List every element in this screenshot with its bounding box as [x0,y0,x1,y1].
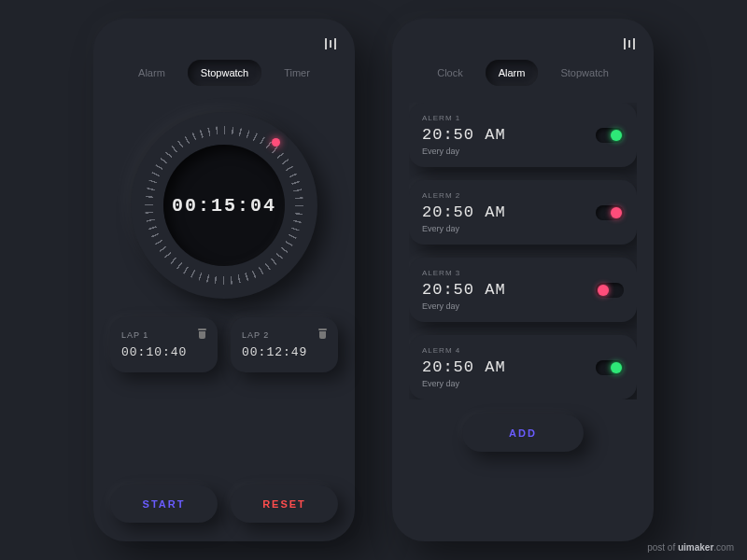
alarm-toggle[interactable] [596,360,624,375]
lap-card-1: LAP 1 00:10:40 [110,317,218,372]
progress-dot-icon [272,138,280,147]
phone-alarm: Clock Alarm Stopwatch ALERM 1 20:50 AM E… [392,19,654,541]
alarm-time: 20:50 AM [422,203,624,221]
sliders-icon[interactable] [325,37,338,50]
alarm-repeat: Every day [422,301,624,311]
lap-label: LAP 2 [242,330,327,340]
alarm-card-2: ALERM 2 20:50 AM Every day [409,180,637,245]
trash-icon[interactable] [318,329,327,339]
alarm-toggle[interactable] [596,205,624,220]
alarm-label: ALERM 4 [422,346,624,355]
tab-alarm[interactable]: Alarm [486,60,539,86]
alarm-repeat: Every day [422,224,624,233]
tab-clock[interactable]: Clock [424,60,476,86]
tabs: Alarm Stopwatch Timer [110,60,338,86]
action-row: ADD [409,414,637,452]
alarm-repeat: Every day [422,379,624,388]
alarm-label: ALERM 2 [422,191,624,200]
alarm-label: ALERM 3 [422,269,624,277]
add-button[interactable]: ADD [462,414,584,452]
alarm-time: 20:50 AM [422,126,624,144]
tab-alarm[interactable]: Alarm [125,60,178,86]
tabs: Clock Alarm Stopwatch [409,60,637,86]
alarm-toggle[interactable] [596,128,624,143]
lap-list: LAP 1 00:10:40 LAP 2 00:12:49 [110,317,338,372]
alarm-toggle[interactable] [596,283,624,298]
topbar [409,37,637,50]
lap-time: 00:10:40 [121,345,206,359]
sliders-icon[interactable] [624,37,637,50]
phone-stopwatch: Alarm Stopwatch Timer 00:15:04 LAP 1 00:… [93,19,355,541]
tab-stopwatch[interactable]: Stopwatch [188,60,261,86]
credit-text: post of uimaker.com [647,542,734,553]
topbar [110,37,338,50]
alarm-time: 20:50 AM [422,358,624,376]
stopwatch-dial: 00:15:04 [110,112,338,299]
trash-icon[interactable] [198,329,206,339]
reset-button[interactable]: RESET [231,485,338,523]
alarm-repeat: Every day [422,147,624,156]
lap-time: 00:12:49 [242,345,327,359]
alarm-card-3: ALERM 3 20:50 AM Every day [409,258,637,322]
alarm-card-4: ALERM 4 20:50 AM Every day [409,335,637,399]
alarm-label: ALERM 1 [422,114,624,122]
tab-timer[interactable]: Timer [271,60,323,86]
alarm-list: ALERM 1 20:50 AM Every day ALERM 2 20:50… [409,103,637,399]
alarm-time: 20:50 AM [422,281,624,299]
tab-stopwatch[interactable]: Stopwatch [547,60,621,86]
lap-label: LAP 1 [121,330,206,340]
alarm-card-1: ALERM 1 20:50 AM Every day [409,103,637,167]
lap-card-2: LAP 2 00:12:49 [231,317,338,372]
start-button[interactable]: START [110,485,218,523]
dial-ticks [145,126,303,285]
action-row: START RESET [110,485,338,523]
